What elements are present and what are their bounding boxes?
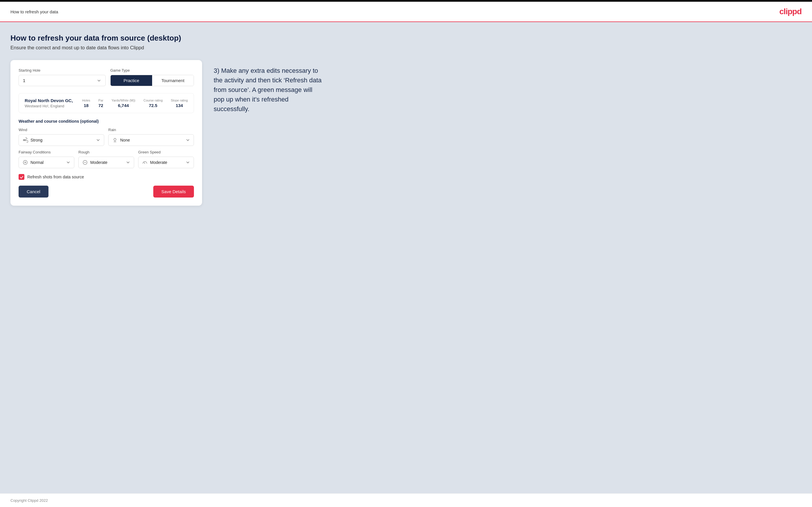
sidebar-instruction: 3) Make any extra edits necessary to the… [214, 66, 324, 114]
refresh-checkbox[interactable] [18, 174, 24, 180]
button-row: Cancel Save Details [18, 186, 194, 198]
yards-label: Yards/White (M)) [111, 99, 135, 102]
fairway-field: Fairway Conditions Normal [18, 150, 74, 168]
conditions-title: Weather and course conditions (optional) [18, 119, 194, 123]
green-speed-label: Green Speed [138, 150, 194, 154]
course-info-box: Royal North Devon GC, Westward Ho!, Engl… [18, 93, 194, 113]
refresh-checkbox-row: Refresh shots from data source [18, 174, 194, 180]
page-heading: How to refresh your data from source (de… [10, 34, 802, 43]
fairway-value: Normal [31, 160, 63, 165]
rough-select[interactable]: Moderate [79, 157, 134, 168]
practice-button[interactable]: Practice [111, 75, 152, 86]
starting-hole-col: Starting Hole 1 [18, 68, 106, 86]
holes-label: Holes [82, 99, 90, 102]
fairway-select[interactable]: Normal [18, 157, 74, 168]
rough-value: Moderate [90, 160, 123, 165]
rough-label: Rough [79, 150, 134, 154]
green-speed-icon [142, 160, 148, 165]
game-type-col: Game Type Practice Tournament [110, 68, 194, 86]
fairway-label: Fairway Conditions [18, 150, 74, 154]
course-stats: Holes 18 Par 72 Yards/White (M)) 6,744 C… [82, 99, 188, 108]
wind-select[interactable]: Strong [18, 134, 104, 146]
form-card: Starting Hole 1 Game Type Practice Tourn… [10, 60, 202, 206]
rough-icon [82, 160, 88, 165]
yards-stat: Yards/White (M)) 6,744 [111, 99, 135, 108]
par-label: Par [98, 99, 103, 102]
green-speed-field: Green Speed Moderate [138, 150, 194, 168]
sidebar-text: 3) Make any extra edits necessary to the… [214, 60, 324, 114]
top-fields-row: Starting Hole 1 Game Type Practice Tourn… [18, 68, 194, 86]
green-speed-value: Moderate [150, 160, 183, 165]
starting-hole-value: 1 [23, 78, 97, 83]
content-row: Starting Hole 1 Game Type Practice Tourn… [10, 60, 802, 206]
conditions-grid-bottom: Fairway Conditions Normal [18, 150, 194, 168]
starting-hole-select[interactable]: 1 [18, 75, 106, 86]
tournament-button[interactable]: Tournament [152, 75, 194, 86]
green-speed-chevron-icon [186, 160, 190, 165]
rain-select[interactable]: None [108, 134, 194, 146]
footer: Copyright Clippd 2022 [0, 493, 812, 507]
fairway-icon [22, 160, 28, 165]
course-info-left: Royal North Devon GC, Westward Ho!, Engl… [25, 98, 73, 108]
rain-field: Rain None [108, 128, 194, 146]
course-rating-stat: Course rating 72.5 [143, 99, 163, 108]
game-type-label: Game Type [110, 68, 194, 72]
conditions-grid-top: Wind Strong [18, 128, 194, 146]
par-value: 72 [98, 103, 103, 108]
green-speed-select[interactable]: Moderate [138, 157, 194, 168]
page-subheading: Ensure the correct and most up to date d… [10, 45, 802, 51]
course-rating-value: 72.5 [143, 103, 163, 108]
holes-stat: Holes 18 [82, 99, 90, 108]
main-content: How to refresh your data from source (de… [0, 22, 812, 493]
wind-field: Wind Strong [18, 128, 104, 146]
wind-label: Wind [18, 128, 104, 132]
course-rating-label: Course rating [143, 99, 163, 102]
refresh-label: Refresh shots from data source [27, 175, 84, 179]
header: How to refresh your data clippd [0, 2, 812, 22]
holes-value: 18 [82, 103, 90, 108]
svg-point-0 [114, 138, 116, 141]
course-location: Westward Ho!, England [25, 104, 73, 108]
wind-value: Strong [31, 138, 94, 143]
rough-field: Rough Moderate [79, 150, 134, 168]
par-stat: Par 72 [98, 99, 103, 108]
slope-rating-stat: Slope rating 134 [171, 99, 188, 108]
rough-chevron-icon [126, 160, 130, 165]
rain-icon [112, 137, 118, 143]
game-type-toggle: Practice Tournament [110, 75, 194, 86]
slope-rating-value: 134 [171, 103, 188, 108]
header-title: How to refresh your data [10, 9, 58, 14]
slope-rating-label: Slope rating [171, 99, 188, 102]
wind-icon [22, 137, 28, 143]
save-button[interactable]: Save Details [153, 186, 194, 198]
course-name: Royal North Devon GC, [25, 98, 73, 103]
chevron-down-icon [97, 78, 101, 83]
fairway-chevron-icon [66, 160, 70, 165]
cancel-button[interactable]: Cancel [18, 186, 48, 198]
rain-chevron-icon [186, 138, 190, 143]
footer-text: Copyright Clippd 2022 [10, 498, 48, 503]
rain-label: Rain [108, 128, 194, 132]
checkmark-icon [20, 175, 23, 179]
logo: clippd [779, 7, 802, 16]
wind-chevron-icon [96, 138, 100, 143]
yards-value: 6,744 [111, 103, 135, 108]
starting-hole-label: Starting Hole [18, 68, 106, 72]
rain-value: None [120, 138, 183, 143]
conditions-section: Weather and course conditions (optional)… [18, 119, 194, 168]
